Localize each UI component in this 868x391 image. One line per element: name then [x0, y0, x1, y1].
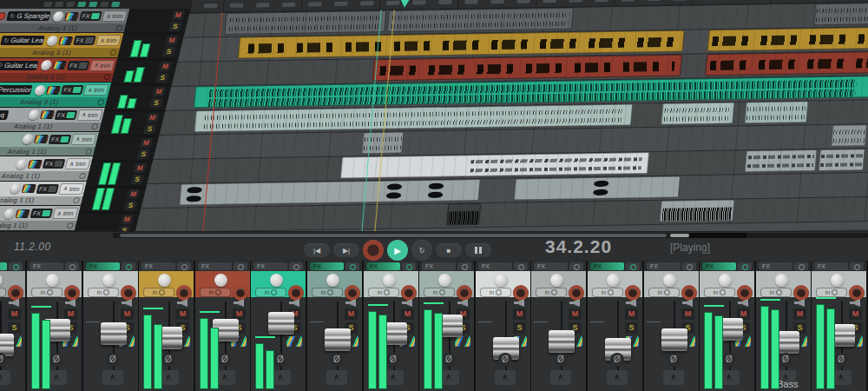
tcp-track[interactable]: ↻Guitar LeadFX∧trim«Analog 3 (1) — [0, 33, 123, 57]
mute-button[interactable]: M — [849, 308, 862, 320]
record-input-button[interactable]: in — [704, 288, 735, 297]
horizontal-scrollbar[interactable] — [113, 233, 868, 238]
pan-knob[interactable] — [831, 274, 844, 287]
fx-bypass-power-button[interactable] — [122, 262, 135, 270]
timeline-marker[interactable] — [399, 0, 411, 8]
tcp-routing-row[interactable]: «Analog 3 (1) — [0, 97, 108, 106]
solo-button[interactable]: S — [124, 201, 138, 210]
media-clip[interactable] — [446, 203, 481, 226]
record-input-button[interactable]: in — [592, 288, 623, 297]
envelope-button[interactable]: ∧ — [663, 370, 684, 385]
media-clip[interactable] — [818, 149, 865, 171]
track-name[interactable]: ↻Guitar Lead d — [0, 61, 39, 70]
pan-knob[interactable] — [22, 134, 35, 144]
fx-bypass-power-button[interactable] — [738, 262, 752, 270]
pan-knob[interactable] — [102, 274, 115, 287]
tcp-track[interactable]: ↻PercussionFX∧trim«Analog 3 (1) — [0, 83, 111, 107]
mute-button[interactable]: M — [146, 113, 160, 123]
envelope-button[interactable]: ∧ — [550, 370, 571, 385]
routing-target-icon[interactable] — [109, 50, 117, 56]
mixer-strip[interactable]: FXinMSØ∧Bass — [756, 261, 811, 391]
routing-chip[interactable] — [22, 184, 36, 193]
play-button[interactable]: ▶ — [387, 240, 408, 261]
phase-invert-button[interactable]: Ø — [779, 353, 792, 367]
tcp-routing-row[interactable]: «Analog 1 (1) — [0, 123, 102, 131]
routing-chip[interactable] — [28, 160, 43, 169]
record-input-button[interactable]: in — [760, 288, 792, 297]
toolbar-icon[interactable] — [100, 2, 108, 7]
toolbar-icon[interactable] — [66, 2, 75, 7]
fx-chain-button[interactable]: FX — [0, 262, 7, 270]
media-clip[interactable] — [707, 27, 868, 51]
pan-knob[interactable] — [495, 274, 508, 287]
mixer-strip[interactable]: FXinMSØ∧ — [644, 261, 699, 391]
pan-knob[interactable] — [607, 274, 620, 287]
solo-button[interactable]: S — [130, 175, 144, 184]
routing-chip[interactable] — [16, 209, 30, 218]
mute-button[interactable]: M — [152, 87, 166, 96]
trim-envelope-button[interactable]: ∧trim — [77, 109, 103, 121]
mute-button[interactable]: M — [681, 308, 694, 320]
fx-bypass-power-button[interactable] — [514, 262, 528, 270]
phase-invert-button[interactable]: Ø — [161, 353, 175, 367]
phase-invert-button[interactable]: Ø — [386, 353, 400, 367]
phase-invert-button[interactable]: Ø — [722, 353, 736, 367]
media-clip[interactable] — [514, 176, 681, 200]
tcp-track[interactable]: FX∧trim«Analog 1 (1) — [0, 206, 81, 230]
mute-button[interactable]: M — [140, 138, 154, 148]
fx-bypass-power-button[interactable] — [682, 262, 696, 270]
track-name[interactable]: ↻Seq — [0, 110, 10, 120]
media-clip[interactable] — [179, 179, 481, 205]
pan-knob[interactable] — [10, 183, 23, 194]
routing-target-icon[interactable] — [97, 99, 105, 105]
mute-button[interactable]: M — [121, 215, 135, 224]
fx-button[interactable]: FX — [79, 11, 102, 21]
pan-knob[interactable] — [46, 274, 59, 287]
fx-chain-button[interactable]: FX — [86, 262, 120, 270]
media-clip[interactable] — [744, 149, 817, 172]
phase-invert-button[interactable]: Ø — [442, 353, 456, 367]
routing-chip[interactable] — [40, 110, 55, 119]
tcp-track[interactable]: FX∧trim«Analog 1 (1) — [0, 132, 99, 156]
fx-chain-button[interactable]: FX — [253, 262, 287, 270]
fx-button[interactable]: FX — [36, 184, 60, 194]
toolbar-icon-active[interactable] — [111, 2, 120, 7]
pan-knob[interactable] — [52, 11, 65, 22]
routing-chip[interactable] — [34, 135, 49, 143]
trim-envelope-button[interactable]: ∧trim — [102, 10, 128, 22]
fx-bypass-power-button[interactable] — [233, 262, 247, 270]
solo-button[interactable]: S — [625, 322, 638, 334]
mixer-strip[interactable]: FXinMSØ∧ — [588, 261, 642, 391]
media-clip[interactable] — [224, 10, 386, 35]
tcp-track[interactable]: ↻G SpangleFX∧trim«Analog 3 (1) — [0, 9, 130, 33]
go-to-end-button[interactable]: ▶| — [333, 243, 359, 257]
routing-chip[interactable] — [46, 86, 61, 95]
record-button[interactable] — [363, 240, 384, 261]
volume-fader-handle[interactable] — [549, 330, 575, 353]
pan-knob[interactable] — [158, 274, 171, 287]
phase-invert-button[interactable]: Ø — [667, 353, 681, 367]
trim-envelope-button[interactable]: ∧trim — [83, 84, 109, 96]
fx-bypass-power-button[interactable] — [65, 262, 79, 270]
media-clip[interactable] — [744, 101, 808, 123]
fx-button[interactable]: FX — [67, 61, 90, 70]
routing-chip[interactable] — [286, 336, 302, 347]
media-clip[interactable] — [705, 51, 868, 76]
volume-fader-handle[interactable] — [268, 312, 294, 335]
pan-knob[interactable] — [326, 274, 339, 287]
fx-bypass-power-button[interactable] — [626, 262, 640, 270]
fx-chain-button[interactable]: FX — [366, 262, 400, 270]
fx-chain-button[interactable]: FX — [30, 262, 63, 270]
mixer-strip[interactable]: FXinMSØ∧ — [419, 261, 474, 391]
fx-button[interactable]: FX — [73, 36, 96, 45]
solo-button[interactable]: S — [155, 73, 169, 83]
routing-target-icon[interactable] — [66, 222, 74, 229]
media-clip[interactable] — [372, 55, 683, 82]
fx-bypass-power-button[interactable] — [177, 262, 191, 270]
tcp-routing-row[interactable]: «Analog 3 (1) — [0, 73, 114, 82]
arrange-view[interactable] — [117, 0, 868, 231]
pan-knob[interactable] — [719, 274, 732, 287]
routing-chip[interactable] — [64, 12, 79, 21]
mute-button[interactable]: M — [165, 36, 179, 45]
fx-chain-button[interactable]: FX — [141, 262, 175, 270]
